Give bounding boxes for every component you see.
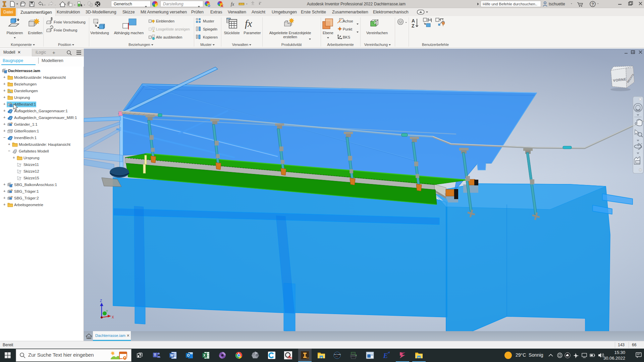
svg-text:Z: Z (100, 299, 102, 303)
svg-text:X: X (203, 354, 206, 357)
svg-text:tschuette: tschuette (549, 2, 565, 6)
svg-text:T: T (154, 353, 156, 357)
svg-text:Y: Y (106, 309, 108, 313)
svg-text:!: ! (153, 30, 153, 32)
svg-text:O: O (187, 354, 190, 357)
svg-text:?: ? (592, 2, 594, 7)
svg-text:W: W (170, 354, 174, 357)
svg-text:E: E (383, 351, 388, 359)
svg-text:X: X (112, 315, 114, 319)
svg-text:CAD: CAD (306, 357, 309, 359)
svg-text:Pro: Pro (335, 356, 338, 358)
svg-text:A: A (412, 18, 415, 23)
svg-text:2022: 2022 (287, 357, 292, 359)
svg-text:fx: fx (245, 18, 252, 29)
svg-text:fx: fx (231, 2, 234, 7)
svg-text:Z: Z (412, 23, 415, 28)
svg-text:exScan: exScan (334, 353, 341, 355)
